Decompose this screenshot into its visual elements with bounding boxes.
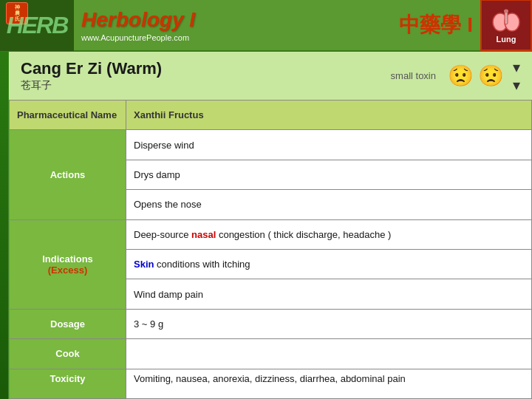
indications-text: Indications xyxy=(42,253,93,265)
action1-cell: Disperse wind xyxy=(126,130,532,160)
toxicity-row: Toxicity Vomiting, nausea, anorexia, diz… xyxy=(10,369,532,398)
pharma-label-cell: Pharmaceutical Name xyxy=(10,100,126,130)
header-title-area: Herbology I www.AcupuncturePeople.com xyxy=(74,8,399,42)
indication1-cell: Deep-source nasal congestion ( thick dis… xyxy=(126,219,532,249)
indication3-cell: Wind damp pain xyxy=(126,279,532,309)
toxicity-label-cell: Toxicity xyxy=(10,369,126,398)
excess-label: (Excess) xyxy=(48,265,87,276)
pharma-value-cell: Xanthii Fructus xyxy=(126,100,532,130)
cook-label-cell: Cook xyxy=(10,339,126,369)
action-disperse-row: Actions Disperse wind xyxy=(10,130,532,160)
scroll-icon[interactable]: ▾ ▾ xyxy=(513,58,520,94)
herb-icons-area: 😟 😟 ▾ ▾ xyxy=(448,58,520,94)
herb-table: Pharmaceutical Name Xanthii Fructus Acti… xyxy=(9,100,532,399)
herb-name-block: Cang Er Zi (Warm) 苍耳子 xyxy=(21,59,379,92)
action3-cell: Opens the nose xyxy=(126,190,532,219)
dosage-label-cell: Dosage xyxy=(10,309,126,338)
lung-label: Lung xyxy=(497,35,516,44)
toxicity-value-cell: Vomiting, nausea, anorexia, dizziness, d… xyxy=(126,369,532,398)
svg-rect-2 xyxy=(505,11,508,24)
lung-header-badge: Lung xyxy=(480,0,532,51)
header-chinese-title: 中藥學 I xyxy=(399,11,473,39)
cook-row: Cook xyxy=(10,339,532,369)
svg-point-3 xyxy=(504,9,508,13)
nasal-highlight: nasal xyxy=(191,229,216,240)
indication-nasal-row: Indications (Excess) Deep-source nasal c… xyxy=(10,219,532,249)
indication2-cell: Skin conditions with itching xyxy=(126,249,532,279)
cook-value-cell xyxy=(126,339,532,369)
action2-cell: Drys damp xyxy=(126,160,532,189)
main-content: Cang Er Zi (Warm) 苍耳子 small toxin 😟 😟 ▾ … xyxy=(9,52,532,399)
lung-svg xyxy=(491,7,521,33)
sad-face-icon: 😟 😟 xyxy=(448,64,504,88)
app-subtitle: www.AcupuncturePeople.com xyxy=(81,33,392,42)
skin-highlight: Skin xyxy=(134,259,154,270)
left-decorative-strip xyxy=(0,52,9,399)
herb-name-english: Cang Er Zi (Warm) xyxy=(21,59,379,78)
pharma-row: Pharmaceutical Name Xanthii Fructus xyxy=(10,100,532,130)
app-title: Herbology I xyxy=(81,8,392,32)
herb-logo-text: HERB xyxy=(7,12,68,39)
indications-label-cell: Indications (Excess) xyxy=(10,219,126,309)
dosage-value-cell: 3 ~ 9 g xyxy=(126,309,532,338)
toxin-label: small toxin xyxy=(391,70,436,81)
app-header: 神農氏 HERB Herbology I www.AcupuncturePeop… xyxy=(0,0,532,52)
logo-box: 神農氏 HERB xyxy=(0,0,74,51)
actions-label-cell: Actions xyxy=(10,130,126,219)
dosage-row: Dosage 3 ~ 9 g xyxy=(10,309,532,338)
herb-name-chinese: 苍耳子 xyxy=(21,79,379,92)
herb-header: Cang Er Zi (Warm) 苍耳子 small toxin 😟 😟 ▾ … xyxy=(9,52,532,100)
